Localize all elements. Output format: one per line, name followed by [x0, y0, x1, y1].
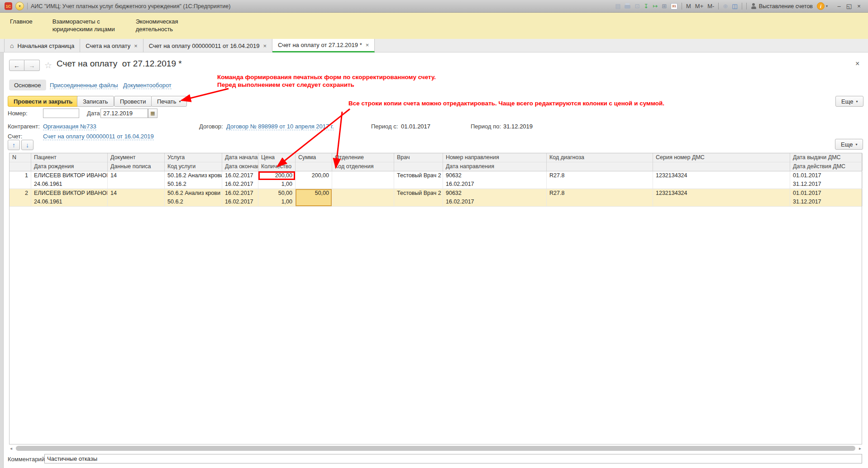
- table-cell-r1-c2[interactable]: 14: [108, 171, 165, 189]
- move-row-up-icon[interactable]: ↑: [8, 140, 20, 150]
- tab-3[interactable]: Счет на оплату от 27.12.2019 *×: [272, 39, 375, 52]
- more-button-top[interactable]: Еще▾: [835, 96, 863, 107]
- tab-label: Счет на оплату от 27.12.2019 *: [278, 42, 362, 48]
- table-cell-r1-c7[interactable]: [332, 171, 394, 189]
- print-icon[interactable]: [625, 5, 630, 9]
- more-button-table[interactable]: Еще▾: [835, 139, 863, 150]
- number-input[interactable]: [43, 109, 79, 118]
- table-cell-r2-c12[interactable]: 01.01.201731.12.2017: [790, 189, 863, 206]
- form-close-icon[interactable]: ×: [855, 60, 859, 68]
- table-cell-r2-c9[interactable]: 9063216.02.2017: [443, 189, 547, 206]
- calculator-icon[interactable]: ⊞: [662, 3, 667, 9]
- table-cell-r2-c5[interactable]: 50,001,00: [258, 189, 296, 206]
- tab-2[interactable]: Счет на оплату 000000011 от 16.04.2019×: [143, 39, 272, 52]
- menu-item-economic[interactable]: Экономическая деятельность: [136, 18, 183, 39]
- comment-input[interactable]: [44, 454, 862, 463]
- scrollbar-thumb[interactable]: [16, 446, 855, 451]
- tab-docflow[interactable]: Документооборот: [123, 82, 172, 89]
- table-cell-r1-c10[interactable]: R27.8: [547, 171, 653, 189]
- window-left-edge: [0, 52, 4, 468]
- table-header: NПациентДата рожденияДокументДанные поли…: [10, 153, 862, 171]
- memory-m-minus-icon[interactable]: M-: [707, 3, 714, 9]
- table-cell-r1-c6[interactable]: 200,00: [296, 171, 332, 189]
- table-cell-r1-c5[interactable]: 200,001,00: [258, 171, 296, 189]
- memory-m-icon[interactable]: M: [686, 3, 691, 9]
- save-icon[interactable]: ▤: [615, 3, 620, 9]
- app-logo-1c[interactable]: 1С: [5, 2, 12, 10]
- table-cell-r2-c8[interactable]: Тестовый Врач 2: [394, 189, 443, 206]
- memory-m-plus-icon[interactable]: M+: [695, 3, 703, 9]
- write-button[interactable]: Записать: [77, 96, 114, 107]
- chevron-down-icon: ▾: [856, 99, 858, 104]
- calendar-picker-icon[interactable]: ▦: [148, 109, 157, 118]
- info-button[interactable]: i ▾: [817, 2, 828, 10]
- table-cell-r2-c10[interactable]: R27.8: [547, 189, 653, 206]
- menu-item-main[interactable]: Главное: [10, 18, 33, 39]
- tab-close-icon[interactable]: ×: [263, 43, 267, 49]
- move-row-down-icon[interactable]: ↓: [21, 140, 33, 150]
- current-user-label: Выставление счетов: [759, 3, 813, 9]
- chevron-down-icon: ▾: [826, 4, 828, 8]
- column-header-9: Номер направленияДата направления: [443, 153, 547, 171]
- services-table: NПациентДата рожденияДокументДанные поли…: [9, 153, 862, 444]
- print-preview-icon[interactable]: ⊡: [634, 3, 639, 9]
- tab-bar: ⌂Начальная страницаСчета на оплату×Счет …: [0, 39, 868, 52]
- calendar-icon[interactable]: 31: [671, 3, 677, 9]
- post-button[interactable]: Провести: [114, 96, 152, 107]
- invoice-link[interactable]: Счет на оплату 000000011 от 16.04.2019: [43, 133, 154, 140]
- tab-close-icon[interactable]: ×: [366, 42, 369, 48]
- table-cell-r2-c4[interactable]: 16.02.201716.02.2017: [222, 189, 258, 206]
- scroll-right-icon[interactable]: ▸: [859, 445, 861, 451]
- get-link-icon[interactable]: ↦: [653, 3, 658, 9]
- period-to-label: Период по:: [471, 123, 501, 130]
- tab-0[interactable]: ⌂Начальная страница: [4, 39, 80, 52]
- restore-button[interactable]: ◱: [844, 2, 854, 10]
- main-menu-button[interactable]: ▾: [15, 2, 24, 10]
- table-cell-r2-c0[interactable]: 2: [10, 189, 31, 206]
- post-and-close-button[interactable]: Провести и закрыть: [8, 96, 78, 107]
- column-header-1: ПациентДата рождения: [31, 153, 108, 171]
- divider: [27, 3, 28, 9]
- table-cell-r1-c8[interactable]: Тестовый Врач 2: [394, 171, 443, 189]
- favorite-star-icon[interactable]: ☆: [44, 60, 52, 71]
- split-window-icon[interactable]: ◫: [732, 3, 737, 9]
- table-cell-r2-c1[interactable]: ЕЛИСЕЕВ ВИКТОР ИВАНОВ...24.06.1961: [31, 189, 108, 206]
- contractor-link[interactable]: Организация №733: [43, 123, 96, 130]
- table-row-2[interactable]: 2ЕЛИСЕЕВ ВИКТОР ИВАНОВ...24.06.19611450.…: [10, 189, 862, 207]
- tab-close-icon[interactable]: ×: [134, 43, 138, 49]
- table-cell-r1-c0[interactable]: 1: [10, 171, 31, 189]
- zoom-icon[interactable]: ⊕: [723, 3, 728, 9]
- table-cell-r1-c11[interactable]: 1232134324: [653, 171, 790, 189]
- table-cell-r2-c3[interactable]: 50.6.2 Анализ крови ...50.6.2: [165, 189, 222, 206]
- table-cell-r2-c11[interactable]: 1232134324: [653, 189, 790, 206]
- table-cell-r2-c6[interactable]: 50,00: [296, 189, 332, 206]
- table-cell-r1-c3[interactable]: 50.16.2 Анализ крови...50.16.2: [165, 171, 222, 189]
- horizontal-scrollbar[interactable]: ◂ ▸: [9, 445, 862, 451]
- print-button[interactable]: Печать▾: [151, 96, 187, 107]
- period-from-value: 01.01.2017: [401, 123, 430, 130]
- go-to-link-icon[interactable]: ↧: [644, 3, 649, 9]
- tab-attached-files[interactable]: Присоединенные файлы: [50, 82, 118, 89]
- contract-link[interactable]: Договор № 898989 от 10 апреля 2017 г.: [226, 123, 334, 130]
- table-cell-r1-c4[interactable]: 16.02.201716.02.2017: [222, 171, 258, 189]
- tab-1[interactable]: Счета на оплату×: [80, 39, 143, 52]
- scroll-left-icon[interactable]: ◂: [10, 445, 12, 451]
- back-button[interactable]: ←: [9, 60, 24, 71]
- table-cell-r1-c12[interactable]: 01.01.201731.12.2017: [790, 171, 863, 189]
- window-titlebar: 1С ▾ АИС "ИМЦ: Учет платных услуг бюджет…: [0, 0, 868, 13]
- close-button[interactable]: ×: [854, 2, 863, 10]
- date-input[interactable]: [100, 109, 148, 118]
- divider: [682, 3, 682, 9]
- minimize-button[interactable]: –: [835, 2, 844, 10]
- table-cell-r1-c1[interactable]: ЕЛИСЕЕВ ВИКТОР ИВАНОВ...24.06.1961: [31, 171, 108, 189]
- menu-item-settlements[interactable]: Взаиморасчеты с юридическими лицами: [52, 18, 116, 39]
- table-cell-r2-c2[interactable]: 14: [108, 189, 165, 206]
- main-menu: Главное Взаиморасчеты с юридическими лиц…: [0, 13, 868, 39]
- current-user[interactable]: Выставление счетов: [751, 3, 813, 9]
- table-cell-r1-c9[interactable]: 9063216.02.2017: [443, 171, 547, 189]
- table-row-1[interactable]: 1ЕЛИСЕЕВ ВИКТОР ИВАНОВ...24.06.19611450.…: [10, 171, 862, 189]
- tab-basic[interactable]: Основное: [9, 80, 46, 90]
- invoice-label: Счет:: [8, 133, 22, 140]
- forward-button[interactable]: →: [24, 60, 40, 71]
- table-cell-r2-c7[interactable]: [332, 189, 394, 206]
